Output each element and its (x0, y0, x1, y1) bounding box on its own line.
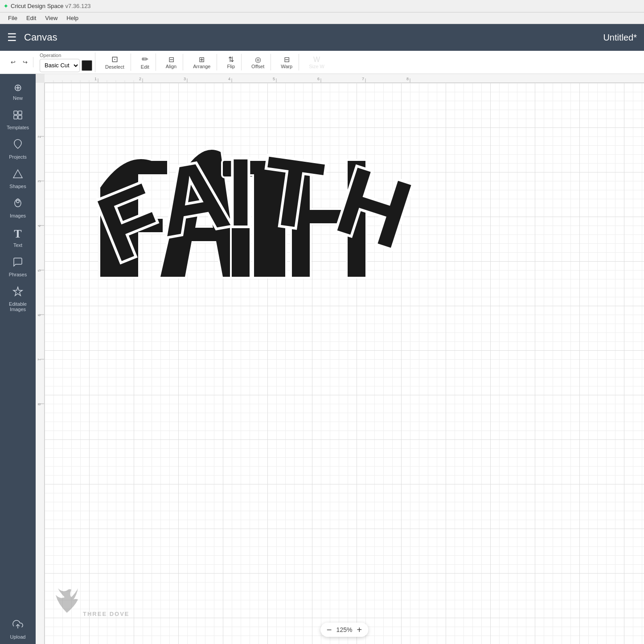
size-label: Size W (309, 64, 324, 69)
svg-text:3: 3 (184, 77, 186, 81)
upload-icon (12, 619, 23, 632)
sidebar-item-templates[interactable]: Templates (1, 105, 35, 135)
sidebar-item-new[interactable]: ⊕ New (1, 78, 35, 105)
watermark-bird-icon (53, 586, 80, 617)
sidebar-label-phrases: Phrases (9, 272, 27, 277)
svg-text:2: 2 (139, 77, 141, 81)
letter-t: T (256, 136, 329, 250)
warp-section: ⊟ Warp (277, 54, 296, 70)
arrange-group: ⊞ Arrange (187, 54, 217, 70)
sidebar-label-projects: Projects (9, 154, 27, 160)
svg-text:2: 2 (37, 135, 41, 138)
arrange-icon: ⊞ (199, 55, 205, 64)
zoom-bar: − 125% + (320, 623, 368, 637)
size-icon: W (313, 55, 320, 64)
letter-i: I (227, 139, 254, 246)
edit-label: Edit (141, 64, 149, 70)
toolbar: ↩ ↪ Operation Basic Cut Draw Score Engra… (0, 51, 644, 74)
app-header: ☰ Canvas Untitled* (0, 24, 644, 51)
sidebar-label-editable-images: Editable Images (3, 301, 33, 312)
arrange-button[interactable]: ⊞ Arrange (189, 54, 214, 70)
svg-text:4: 4 (37, 225, 41, 227)
edit-button[interactable]: ✏ Edit (137, 53, 153, 71)
warp-button[interactable]: ⊟ Warp (277, 54, 296, 70)
edit-section: ✏ Edit (137, 53, 153, 71)
undo-button[interactable]: ↩ (8, 57, 18, 67)
menu-edit[interactable]: Edit (22, 14, 41, 22)
images-icon (12, 198, 23, 211)
sidebar-item-phrases[interactable]: Phrases (1, 252, 35, 282)
deselect-group: ⊡ Deselect (99, 53, 131, 71)
svg-text:7: 7 (37, 358, 41, 361)
size-button: W Size W (305, 54, 328, 70)
sidebar-item-projects[interactable]: Projects (1, 135, 35, 164)
ruler-v-svg: 2 3 4 5 6 7 8 (36, 83, 45, 644)
deselect-icon: ⊡ (111, 55, 118, 65)
zoom-minus-button[interactable]: − (327, 625, 332, 634)
sidebar-label-images: Images (10, 213, 26, 218)
ruler-h-svg: 1 2 3 4 5 6 7 8 (45, 74, 644, 83)
sidebar-item-upload[interactable]: Upload (1, 615, 35, 644)
projects-icon (12, 139, 23, 152)
undo-redo-group: ↩ ↪ (5, 57, 33, 67)
svg-text:8: 8 (37, 403, 41, 405)
svg-text:3: 3 (37, 180, 41, 182)
menu-file[interactable]: File (4, 14, 22, 22)
svg-rect-3 (18, 115, 22, 119)
svg-rect-1 (18, 111, 22, 115)
sidebar-label-shapes: Shapes (9, 184, 26, 189)
flip-section: ⇅ Flip (223, 54, 238, 70)
flip-group: ⇅ Flip (221, 54, 242, 70)
shapes-icon (12, 168, 23, 182)
ruler-vertical: 2 3 4 5 6 7 8 (36, 83, 45, 644)
flip-button[interactable]: ⇅ Flip (223, 54, 238, 70)
sidebar-item-editable-images[interactable]: Editable Images (1, 282, 35, 316)
operation-select[interactable]: Basic Cut Draw Score Engrave (40, 59, 80, 72)
deselect-section: ⊡ Deselect (102, 53, 128, 71)
sidebar: ⊕ New Templates Projects (0, 74, 36, 644)
ruler-horizontal: 1 2 3 4 5 6 7 8 (45, 74, 644, 83)
hamburger-menu[interactable]: ☰ (7, 31, 17, 44)
offset-icon: ◎ (255, 55, 261, 64)
svg-text:7: 7 (362, 77, 364, 81)
offset-section: ◎ Offset (248, 54, 268, 70)
align-section: ⊟ Align (162, 54, 180, 70)
svg-rect-0 (14, 111, 17, 115)
letter-h: H (325, 146, 424, 269)
canvas-area[interactable]: 1 2 3 4 5 6 7 8 (36, 74, 644, 644)
deselect-button[interactable]: ⊡ Deselect (102, 53, 128, 71)
offset-button[interactable]: ◎ Offset (248, 54, 268, 70)
canvas-content[interactable]: .faith-outer { fill: #1a1a1a; stroke: wh… (45, 83, 644, 644)
sidebar-item-images[interactable]: Images (1, 193, 35, 223)
svg-point-5 (16, 200, 19, 203)
align-group: ⊟ Align (160, 54, 183, 70)
document-title: Untitled* (603, 33, 637, 43)
warp-group: ⊟ Warp (275, 54, 299, 70)
align-icon: ⊟ (168, 55, 174, 64)
faith-text-container[interactable]: .faith-outer { fill: #1a1a1a; stroke: wh… (89, 134, 446, 323)
sidebar-label-new: New (13, 95, 23, 101)
sidebar-label-templates: Templates (7, 125, 29, 130)
svg-text:8: 8 (406, 77, 409, 81)
zoom-plus-button[interactable]: + (357, 625, 362, 634)
svg-marker-4 (13, 170, 22, 178)
flip-icon: ⇅ (228, 55, 234, 64)
svg-text:4: 4 (228, 77, 230, 81)
menu-view[interactable]: View (41, 14, 62, 22)
app-logo: ✦ (4, 3, 8, 9)
redo-button[interactable]: ↪ (20, 57, 30, 67)
title-bar: ✦ Cricut Design Space v7.36.123 (0, 0, 644, 12)
deselect-label: Deselect (105, 64, 124, 70)
header-canvas-label: Canvas (24, 32, 57, 43)
sidebar-item-text[interactable]: T Text (1, 223, 35, 252)
sidebar-item-shapes[interactable]: Shapes (1, 164, 35, 193)
align-button[interactable]: ⊟ Align (162, 54, 180, 70)
text-icon: T (14, 227, 21, 241)
svg-text:1: 1 (94, 77, 97, 81)
flip-label: Flip (227, 64, 235, 69)
menu-help[interactable]: Help (62, 14, 83, 22)
offset-group: ◎ Offset (245, 54, 271, 70)
color-swatch[interactable] (82, 60, 92, 71)
align-label: Align (166, 64, 176, 69)
menu-bar: File Edit View Help (0, 12, 644, 24)
